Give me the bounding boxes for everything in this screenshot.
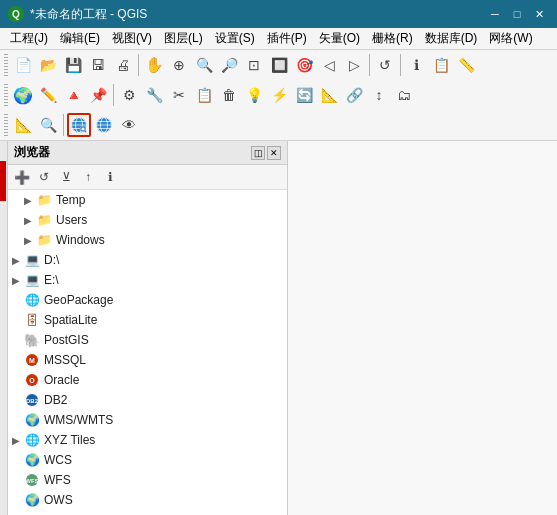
wms-connect-button-highlighted[interactable] <box>67 113 91 137</box>
edit-tool4[interactable]: ✂ <box>167 83 191 107</box>
edit-tool13[interactable]: 🗂 <box>392 83 416 107</box>
tree-arrow <box>12 335 24 346</box>
tree-arrow <box>12 315 24 326</box>
refresh-button[interactable]: ↺ <box>373 53 397 77</box>
zoom-layer-button[interactable]: 🔲 <box>267 53 291 77</box>
edit-tool5[interactable]: 📋 <box>192 83 216 107</box>
left-edge-panel <box>0 141 8 515</box>
edit-tool6[interactable]: 🗑 <box>217 83 241 107</box>
list-item[interactable]: 🌍 OWS <box>8 490 287 510</box>
browser-filter-button[interactable]: ⊻ <box>56 167 76 187</box>
item-label: D:\ <box>44 253 59 267</box>
panel-close-button[interactable]: ✕ <box>267 146 281 160</box>
item-label: SpatiaLite <box>44 313 97 327</box>
browser-title: 浏览器 <box>14 144 50 161</box>
edit-tool7[interactable]: 💡 <box>242 83 266 107</box>
edit-tool12[interactable]: ↕ <box>367 83 391 107</box>
item-label: PostGIS <box>44 333 89 347</box>
open-project-button[interactable]: 📂 <box>36 53 60 77</box>
zoom-in-button[interactable]: 🔍 <box>192 53 216 77</box>
toolbar-handle-3[interactable] <box>4 114 8 136</box>
zoom-next-button[interactable]: ▷ <box>342 53 366 77</box>
identify-button[interactable]: ℹ <box>404 53 428 77</box>
globe-highlighted-icon <box>70 116 88 134</box>
survey-button[interactable]: 📐 <box>11 113 35 137</box>
toolbar-handle-2[interactable] <box>4 84 8 106</box>
zoom-last-button[interactable]: ◁ <box>317 53 341 77</box>
edit-tool8[interactable]: ⚡ <box>267 83 291 107</box>
node-tool-button[interactable]: 🔺 <box>61 83 85 107</box>
list-item[interactable]: ▶ 📁 Users <box>8 210 287 230</box>
list-item[interactable]: DB2 DB2 <box>8 390 287 410</box>
list-item[interactable]: 🌍 WMS/WMTS <box>8 410 287 430</box>
toolbar-handle-1[interactable] <box>4 54 8 76</box>
tree-arrow: ▶ <box>12 255 24 266</box>
browser-collapse-button[interactable]: ↑ <box>78 167 98 187</box>
oracle-svg-icon: O <box>25 373 39 387</box>
edit-tool9[interactable]: 🔄 <box>292 83 316 107</box>
list-item[interactable]: 🗄 SpatiaLite <box>8 310 287 330</box>
list-item[interactable]: ▶ 🌐 XYZ Tiles <box>8 430 287 450</box>
georef-button[interactable]: 🔍 <box>36 113 60 137</box>
list-item[interactable]: 🐘 PostGIS <box>8 330 287 350</box>
print-button[interactable]: 🖨 <box>111 53 135 77</box>
menu-web[interactable]: 网络(W) <box>483 28 538 49</box>
browser-panel: 浏览器 ◫ ✕ ➕ ↺ ⊻ ↑ ℹ ▶ 📁 Temp ▶ 📁 User <box>8 141 288 515</box>
list-item[interactable]: 🌐 GeoPackage <box>8 290 287 310</box>
list-item[interactable]: M MSSQL <box>8 350 287 370</box>
menu-layer[interactable]: 图层(L) <box>158 28 209 49</box>
edit-digitize-button[interactable]: ✏️ <box>36 83 60 107</box>
browser-content[interactable]: ▶ 📁 Temp ▶ 📁 Users ▶ 📁 Windows ▶ 💻 D:\ <box>8 190 287 515</box>
zoom-selection-button[interactable]: 🎯 <box>292 53 316 77</box>
browser-header: 浏览器 ◫ ✕ <box>8 141 287 165</box>
menu-raster[interactable]: 栅格(R) <box>366 28 419 49</box>
panel-float-button[interactable]: ◫ <box>251 146 265 160</box>
item-label: WCS <box>44 453 72 467</box>
eye-button[interactable]: 👁 <box>117 113 141 137</box>
list-item[interactable]: 🌍 WCS <box>8 450 287 470</box>
edit-tool3[interactable]: 🔧 <box>142 83 166 107</box>
list-item[interactable]: ▶ 💻 E:\ <box>8 270 287 290</box>
edit-tool2[interactable]: ⚙ <box>117 83 141 107</box>
menu-edit[interactable]: 编辑(E) <box>54 28 106 49</box>
edit-tool10[interactable]: 📐 <box>317 83 341 107</box>
measure-button[interactable]: 📏 <box>454 53 478 77</box>
svg-text:O: O <box>29 377 35 384</box>
menu-plugins[interactable]: 插件(P) <box>261 28 313 49</box>
save-as-button[interactable]: 🖫 <box>86 53 110 77</box>
tree-arrow <box>12 495 24 506</box>
tree-arrow <box>12 375 24 386</box>
item-label: GeoPackage <box>44 293 113 307</box>
wms-connect-button2[interactable] <box>92 113 116 137</box>
menu-view[interactable]: 视图(V) <box>106 28 158 49</box>
list-item[interactable]: ▶ 📁 Temp <box>8 190 287 210</box>
list-item[interactable]: ▶ 💻 D:\ <box>8 250 287 270</box>
qgis-logo-icon: Q <box>8 6 24 22</box>
list-item[interactable]: O Oracle <box>8 370 287 390</box>
red-indicator <box>0 161 6 201</box>
item-label: E:\ <box>44 273 59 287</box>
list-item[interactable]: ▶ 📁 Windows <box>8 230 287 250</box>
minimize-button[interactable]: ─ <box>485 5 505 23</box>
menu-vector[interactable]: 矢量(O) <box>313 28 366 49</box>
select-button[interactable]: 📋 <box>429 53 453 77</box>
list-item[interactable]: WFS WFS <box>8 470 287 490</box>
zoom-full-button[interactable]: ⊡ <box>242 53 266 77</box>
browser-refresh-button[interactable]: ↺ <box>34 167 54 187</box>
browser-info-button[interactable]: ℹ <box>100 167 120 187</box>
save-project-button[interactable]: 💾 <box>61 53 85 77</box>
menu-settings[interactable]: 设置(S) <box>209 28 261 49</box>
map-canvas[interactable] <box>288 141 557 515</box>
browser-add-button[interactable]: ➕ <box>12 167 32 187</box>
edit-tool11[interactable]: 🔗 <box>342 83 366 107</box>
zoom-out-button[interactable]: 🔎 <box>217 53 241 77</box>
add-feature-button[interactable]: 📌 <box>86 83 110 107</box>
new-project-button[interactable]: 📄 <box>11 53 35 77</box>
close-button[interactable]: ✕ <box>529 5 549 23</box>
globe-icon-btn1[interactable]: 🌍 <box>11 83 35 107</box>
maximize-button[interactable]: □ <box>507 5 527 23</box>
pan-button[interactable]: ✋ <box>142 53 166 77</box>
menu-project[interactable]: 工程(J) <box>4 28 54 49</box>
menu-database[interactable]: 数据库(D) <box>419 28 484 49</box>
pan-map-button[interactable]: ⊕ <box>167 53 191 77</box>
